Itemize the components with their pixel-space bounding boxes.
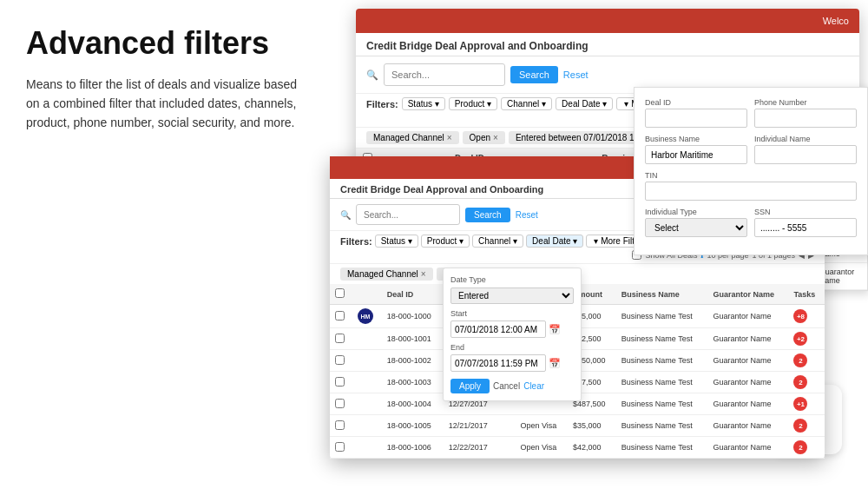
search-icon: 🔍 xyxy=(366,69,378,81)
tin-field: TIN xyxy=(645,171,857,201)
individual-name-input[interactable] xyxy=(754,145,857,164)
top-app-title: Credit Bridge Deal Approval and Onboardi… xyxy=(356,33,859,56)
phone-number-label: Phone Number xyxy=(754,98,857,107)
col-badge xyxy=(352,284,382,305)
business-name-label: Business Name xyxy=(645,135,747,143)
form-row-4: Individual Type Select SSN xyxy=(645,208,857,237)
ssn-input[interactable] xyxy=(754,218,857,237)
screenshots-area: Welco Credit Bridge Deal Approval and On… xyxy=(330,0,868,489)
table-row: 18-000-1006 12/22/2017 Open Visa $42,000… xyxy=(330,437,825,459)
date-dropdown: Date Type Entered Received Start 📅 End 📅… xyxy=(443,268,582,401)
channel-filter[interactable]: Channel ▾ xyxy=(501,97,552,110)
business-name-field: Business Name xyxy=(645,135,747,164)
filter-form-panel: Deal ID Phone Number Business Name Indiv… xyxy=(634,87,868,255)
col-check xyxy=(330,284,352,305)
phone-number-field: Phone Number xyxy=(754,98,857,128)
date-type-select[interactable]: Entered Received xyxy=(450,287,574,304)
page-title: Advanced filters xyxy=(26,26,304,61)
bottom-deal-date-filter[interactable]: Deal Date ▾ xyxy=(526,235,583,248)
start-date-input[interactable] xyxy=(450,320,546,338)
individual-type-select[interactable]: Select xyxy=(645,218,747,237)
top-filters-label: Filters: xyxy=(366,99,398,109)
col-tasks[interactable]: Tasks xyxy=(788,284,825,305)
end-calendar-icon[interactable]: 📅 xyxy=(549,358,561,369)
individual-name-field: Individual Name xyxy=(754,135,857,164)
form-row-3: TIN xyxy=(645,171,857,201)
col-business[interactable]: Business Name xyxy=(616,284,708,305)
bottom-filters-label: Filters: xyxy=(340,236,372,247)
phone-number-input[interactable] xyxy=(754,109,857,128)
col-deal-id[interactable]: Deal ID xyxy=(382,284,444,305)
cancel-date-btn[interactable]: Cancel xyxy=(493,379,520,393)
deal-id-input[interactable] xyxy=(645,109,747,128)
tin-label: TIN xyxy=(645,171,857,180)
bottom-search-input[interactable] xyxy=(356,204,460,225)
individual-type-label: Individual Type xyxy=(645,208,747,216)
start-calendar-icon[interactable]: 📅 xyxy=(549,324,561,335)
deal-date-filter[interactable]: Deal Date ▾ xyxy=(556,97,613,110)
status-filter[interactable]: Status ▾ xyxy=(402,97,445,110)
bottom-channel-filter[interactable]: Channel ▾ xyxy=(472,235,523,248)
chip-managed-channel[interactable]: Managed Channel × xyxy=(366,131,459,144)
start-label: Start xyxy=(450,309,574,318)
product-filter[interactable]: Product ▾ xyxy=(449,97,497,110)
top-reset-button[interactable]: Reset xyxy=(563,69,589,80)
end-date-input[interactable] xyxy=(450,354,546,372)
chip-managed-channel-bottom[interactable]: Managed Channel × xyxy=(340,268,433,281)
business-name-input[interactable] xyxy=(645,145,747,164)
tin-input[interactable] xyxy=(645,182,857,201)
col-guarantor[interactable]: Guarantor Name xyxy=(708,284,789,305)
ssn-label: SSN xyxy=(754,208,857,216)
individual-name-label: Individual Name xyxy=(754,135,857,143)
clear-date-btn[interactable]: Clear xyxy=(523,379,544,393)
bottom-reset-btn[interactable]: Reset xyxy=(516,210,538,220)
bottom-status-filter[interactable]: Status ▾ xyxy=(375,235,418,248)
date-actions: Apply Cancel Clear xyxy=(450,379,574,393)
deal-id-label: Deal ID xyxy=(645,98,747,107)
chip-open[interactable]: Open × xyxy=(463,131,505,144)
bottom-search-btn[interactable]: Search xyxy=(465,208,510,222)
top-search-button[interactable]: Search xyxy=(510,66,558,83)
start-date-row: 📅 xyxy=(450,320,574,338)
form-row-1: Deal ID Phone Number xyxy=(645,98,857,128)
top-search-input[interactable] xyxy=(384,63,505,86)
search-icon-bottom: 🔍 xyxy=(340,210,351,220)
deal-id-field: Deal ID xyxy=(645,98,747,128)
apply-date-btn[interactable]: Apply xyxy=(450,379,490,393)
bottom-product-filter[interactable]: Product ▾ xyxy=(421,235,470,248)
table-row: 18-000-1005 12/21/2017 Open Visa $35,000… xyxy=(330,415,825,437)
ssn-field: SSN xyxy=(754,208,857,237)
welcome-text: Welco xyxy=(823,16,849,26)
end-date-row: 📅 xyxy=(450,354,574,372)
date-type-label: Date Type xyxy=(450,275,574,284)
top-red-bar: Welco xyxy=(356,9,859,33)
page-description: Means to filter the list of deals and vi… xyxy=(26,75,304,133)
left-panel: Advanced filters Means to filter the lis… xyxy=(0,0,330,489)
form-row-2: Business Name Individual Name xyxy=(645,135,857,164)
end-label: End xyxy=(450,343,574,352)
individual-type-field: Individual Type Select xyxy=(645,208,747,237)
